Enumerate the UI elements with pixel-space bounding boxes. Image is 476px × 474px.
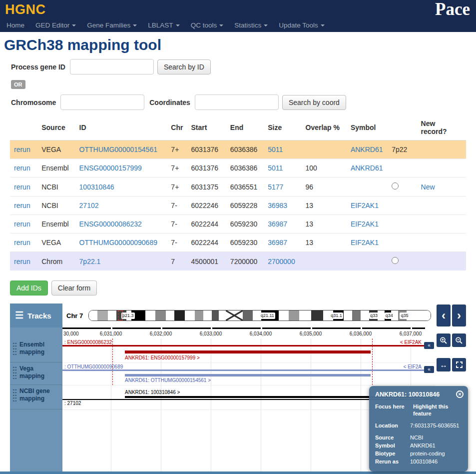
size-link[interactable]: 36987	[268, 220, 287, 228]
chromosome-input[interactable]	[60, 94, 144, 110]
col-id: ID	[75, 115, 167, 140]
nav-item-ged-editor[interactable]: GED Editor	[30, 22, 81, 29]
nav-item-gene-families[interactable]: Gene Families	[81, 22, 142, 29]
results-table: Source ID Chr Start End Size Overlap % S…	[10, 115, 466, 270]
feature-label[interactable]: : OTTHUMG00000090689	[64, 364, 123, 370]
focus-here-link[interactable]: Focus here	[375, 403, 405, 417]
horizontal-arrows-icon: ↔	[440, 360, 448, 369]
size-link[interactable]: 36987	[268, 238, 287, 246]
zoom-in-button[interactable]	[437, 334, 451, 347]
feature-label[interactable]: ANKRD61: ENSG00000157999 >	[125, 355, 200, 360]
hgnc-logo[interactable]: HGNC	[5, 2, 46, 18]
gene-feature-ankrd61-ensembl[interactable]	[125, 350, 371, 354]
symbol-link[interactable]: EIF2AK1	[351, 202, 379, 210]
track-scroll-button[interactable]: «	[424, 342, 434, 349]
drag-scroll-button[interactable]: ↔	[437, 358, 451, 372]
clear-form-button[interactable]: Clear form	[51, 280, 97, 296]
symbol-link[interactable]: EIF2AK1	[351, 238, 379, 246]
nav-item-update-tools[interactable]: Update Tools	[273, 22, 330, 29]
add-ids-button[interactable]: Add IDs	[10, 280, 48, 296]
track-label-ncbi[interactable]: NCBI gene mapping	[10, 385, 62, 410]
zoom-out-button[interactable]	[452, 334, 466, 347]
rerun-link[interactable]: rerun	[14, 202, 30, 210]
drag-handle-icon[interactable]	[12, 342, 17, 355]
table-header-row: Source ID Chr Start End Size Overlap % S…	[10, 115, 466, 140]
cell-end: 6036551	[226, 178, 264, 196]
col-size: Size	[264, 115, 301, 140]
size-link[interactable]: 5011	[268, 164, 283, 172]
band-label: p21.3	[121, 312, 135, 319]
nav-item-qc-tools[interactable]: QC tools	[185, 22, 229, 29]
symbol-link[interactable]: EIF2AK1	[351, 220, 379, 228]
symbol-link[interactable]: ANKRD61	[351, 146, 383, 154]
form-actions: Add IDs Clear form	[10, 280, 466, 296]
gene-feature-eif2ak1-vega[interactable]	[62, 370, 425, 371]
id-link[interactable]: ENSG00000157999	[79, 164, 142, 172]
menu-icon: ☰	[15, 312, 23, 320]
field-value: 7:6031375-6036551	[410, 422, 462, 429]
rerun-link[interactable]: rerun	[14, 183, 30, 191]
track-label-vega[interactable]: Vega mapping	[10, 362, 62, 385]
size-link[interactable]: 2700000	[268, 258, 295, 266]
nav-item-statistics[interactable]: Statistics	[229, 22, 273, 29]
id-link[interactable]: OTTHUMG00000154561	[79, 146, 157, 154]
symbol-link[interactable]: ANKRD61	[351, 164, 383, 172]
popup-close-button[interactable]: ×	[456, 390, 464, 398]
coordinates-input[interactable]	[195, 94, 279, 110]
cell-source: NCBI	[37, 196, 75, 215]
tracks-menu-button[interactable]: ☰ Tracks	[10, 304, 62, 328]
rerun-link[interactable]: rerun	[14, 238, 30, 246]
nav-item-lblast[interactable]: LBLAST	[142, 22, 185, 29]
search-by-coord-button[interactable]: Search by coord	[282, 95, 346, 110]
feature-label[interactable]: : ENSG00000086232	[64, 340, 112, 345]
field-label: Rerun as	[375, 458, 404, 465]
cell-start: 6022246	[187, 196, 226, 215]
drag-handle-icon[interactable]	[12, 366, 17, 379]
feature-label[interactable]: : 27102	[64, 400, 81, 406]
new-record-radio[interactable]	[392, 182, 399, 190]
nav-item-home[interactable]: Home	[1, 22, 30, 29]
ruler-tick: 6,033,000	[200, 331, 222, 336]
rerun-link[interactable]: rerun	[14, 220, 30, 228]
coordinate-ruler: 30,000 6,031,000 6,032,000 6,033,000 6,0…	[62, 328, 435, 338]
cell-start: 6022244	[187, 215, 226, 234]
feature-label[interactable]: ANKRD61: 100310846 >	[125, 390, 180, 395]
rerun-link[interactable]: rerun	[14, 146, 30, 154]
search-by-id-button[interactable]: Search by ID	[157, 60, 211, 74]
scroll-left-button[interactable]: ‹	[437, 304, 451, 326]
id-link[interactable]: 100310846	[79, 183, 114, 191]
nav-label: GED Editor	[35, 22, 69, 29]
track-scroll-button[interactable]: «	[424, 366, 434, 373]
feature-label[interactable]: ANKRD61: OTTHUMG00000154561 >	[125, 378, 211, 383]
size-link[interactable]: 36983	[268, 202, 287, 210]
col-overlap: Overlap %	[302, 115, 347, 140]
id-link[interactable]: OTTHUMG00000090689	[79, 238, 157, 246]
gene-feature-ankrd61-vega[interactable]	[125, 374, 371, 376]
gene-feature-eif2ak1-ensembl[interactable]	[62, 345, 425, 346]
cell-chr: 7+	[167, 140, 187, 159]
feature-label[interactable]: < EIF2A	[404, 364, 422, 370]
popup-fields: Location 7:6031375-6036551 Source NCBI S…	[375, 422, 462, 465]
id-link[interactable]: 27102	[79, 202, 99, 210]
ruler-tick: 6,036,000	[350, 331, 372, 336]
size-link[interactable]: 5177	[268, 183, 283, 191]
gene-id-input[interactable]	[70, 59, 154, 74]
rerun-link[interactable]: rerun	[14, 258, 30, 266]
new-record-radio[interactable]	[392, 257, 399, 264]
nav-label: Update Tools	[279, 22, 318, 29]
cell-overlap: 100	[302, 159, 347, 178]
track-name: NCBI gene mapping	[19, 388, 52, 402]
new-link[interactable]: New	[421, 183, 435, 191]
id-link[interactable]: 7p22.1	[79, 258, 101, 266]
rerun-link[interactable]: rerun	[14, 164, 30, 172]
chromosome-ideogram[interactable]: p21.3 q21.11 q31.1 q33 q34 q35	[88, 310, 431, 321]
size-link[interactable]: 5011	[268, 146, 283, 154]
col-end: End	[226, 115, 264, 140]
id-link[interactable]: ENSG00000086232	[79, 220, 142, 228]
drag-handle-icon[interactable]	[12, 388, 17, 402]
scroll-right-button[interactable]: ›	[452, 304, 466, 326]
highlight-feature-link[interactable]: Highlight this feature	[413, 403, 462, 417]
feature-label[interactable]: < EIF2AK	[400, 340, 422, 345]
region-select-button[interactable]	[452, 358, 466, 372]
track-label-ensembl[interactable]: Ensembl mapping	[10, 338, 62, 362]
